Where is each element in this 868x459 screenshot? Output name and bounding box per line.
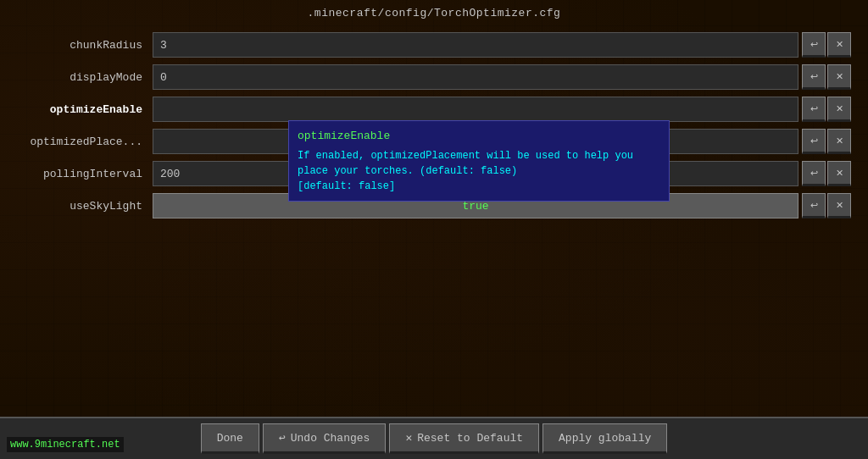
apply-label: Apply globally — [559, 432, 651, 445]
done-label: Done — [217, 432, 243, 445]
side-buttons-optimizeEnable: ↩ ✕ — [802, 97, 851, 122]
tooltip-body: If enabled, optimizedPlacement will be u… — [298, 148, 660, 194]
reset-btn-useSkyLight[interactable]: ✕ — [827, 193, 851, 218]
side-buttons-useSkyLight: ↩ ✕ — [802, 193, 851, 218]
title-bar: .minecraft/config/TorchOptimizer.cfg — [0, 0, 868, 26]
reset-to-default-button[interactable]: ✕ Reset to Default — [389, 423, 539, 454]
bottom-bar: www.9minecraft.net Done ↩ Undo Changes ✕… — [0, 417, 868, 459]
reset-btn-optimizedPlacement[interactable]: ✕ — [827, 129, 851, 154]
tooltip-line3: [default: false] — [298, 180, 395, 192]
reset-btn-optimizeEnable[interactable]: ✕ — [827, 97, 851, 122]
input-optimizeEnable[interactable] — [153, 97, 798, 122]
label-displayMode: displayMode — [17, 71, 153, 84]
undo-btn-optimizedPlacement[interactable]: ↩ — [802, 129, 826, 154]
side-buttons-optimizedPlacement: ↩ ✕ — [802, 129, 851, 154]
apply-globally-button[interactable]: Apply globally — [542, 423, 667, 454]
undo-changes-button[interactable]: ↩ Undo Changes — [263, 423, 386, 454]
label-chunkRadius: chunkRadius — [17, 39, 153, 52]
reset-label: Reset to Default — [417, 432, 523, 445]
reset-icon: ✕ — [405, 431, 412, 445]
config-area: chunkRadius ↩ ✕ displayMode ↩ ✕ optimize… — [0, 26, 868, 417]
input-wrapper-displayMode — [153, 64, 798, 90]
undo-btn-displayMode[interactable]: ↩ — [802, 64, 826, 90]
undo-btn-chunkRadius[interactable]: ↩ — [802, 32, 826, 58]
input-chunkRadius[interactable] — [153, 32, 798, 58]
input-displayMode[interactable] — [153, 64, 798, 90]
input-wrapper-optimizeEnable: optimizeEnable If enabled, optimizedPlac… — [153, 97, 798, 122]
toggle-value-useSkyLight: true — [462, 200, 488, 213]
label-pollingInterval: pollingInterval — [17, 168, 153, 180]
undo-btn-useSkyLight[interactable]: ↩ — [802, 193, 826, 218]
row-displayMode: displayMode ↩ ✕ — [17, 63, 851, 91]
tooltip-title: optimizeEnable — [298, 128, 660, 145]
reset-btn-pollingInterval[interactable]: ✕ — [827, 161, 851, 186]
undo-icon: ↩ — [279, 431, 286, 445]
reset-btn-chunkRadius[interactable]: ✕ — [827, 32, 851, 58]
input-wrapper-chunkRadius — [153, 32, 798, 58]
page-title: .minecraft/config/TorchOptimizer.cfg — [308, 7, 561, 19]
tooltip-line1: If enabled, optimizedPlacement will be u… — [298, 150, 633, 162]
main-container: .minecraft/config/TorchOptimizer.cfg chu… — [0, 0, 868, 459]
row-chunkRadius: chunkRadius ↩ ✕ — [17, 30, 851, 59]
done-button[interactable]: Done — [201, 423, 259, 454]
tooltip-line2: place your torches. (default: false) — [298, 165, 517, 177]
label-optimizeEnable: optimizeEnable — [17, 103, 153, 116]
row-optimizeEnable: optimizeEnable optimizeEnable If enabled… — [17, 95, 851, 124]
side-buttons-displayMode: ↩ ✕ — [802, 64, 851, 90]
label-optimizedPlacement: optimizedPlace — [17, 135, 153, 148]
side-buttons-chunkRadius: ↩ ✕ — [802, 32, 851, 58]
undo-btn-pollingInterval[interactable]: ↩ — [802, 161, 826, 186]
label-useSkyLight: useSkyLight — [17, 200, 153, 213]
undo-btn-optimizeEnable[interactable]: ↩ — [802, 97, 826, 122]
watermark: www.9minecraft.net — [7, 437, 124, 452]
side-buttons-pollingInterval: ↩ ✕ — [802, 161, 851, 186]
undo-label: Undo Changes — [291, 432, 370, 445]
tooltip-optimizeEnable: optimizeEnable If enabled, optimizedPlac… — [288, 120, 670, 202]
reset-btn-displayMode[interactable]: ✕ — [827, 64, 851, 90]
